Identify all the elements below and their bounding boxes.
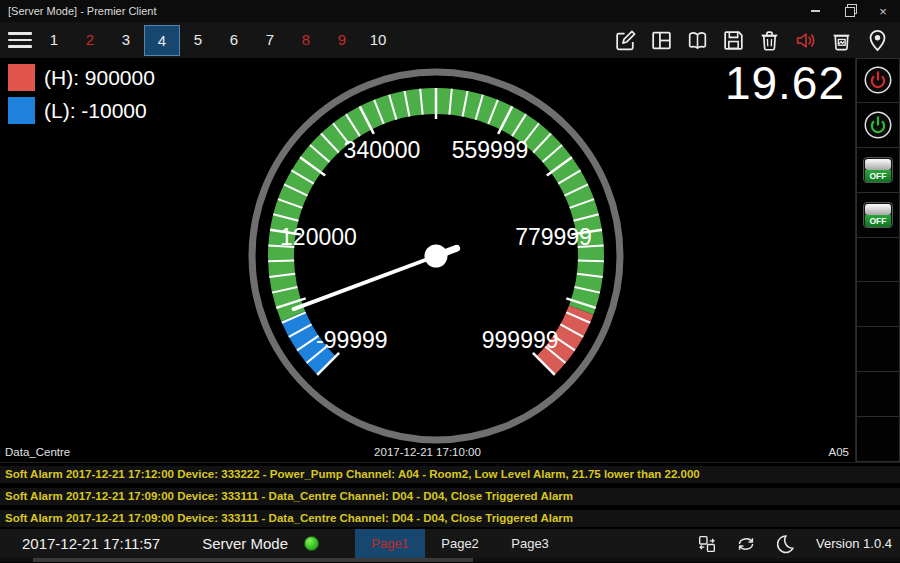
- sample-timestamp: 2017-12-21 17:10:00: [0, 446, 855, 458]
- close-button[interactable]: ×: [866, 0, 900, 22]
- sidebar-cell-8: [856, 372, 900, 417]
- minimize-button[interactable]: [798, 0, 832, 22]
- edit-icon[interactable]: [613, 28, 638, 53]
- menu-icon[interactable]: [8, 28, 32, 52]
- titlebar: [Server Mode] - Premier Client ×: [0, 0, 900, 22]
- screen-tab-1[interactable]: 1: [36, 24, 72, 56]
- alarm-row[interactable]: Soft Alarm 2017-12-21 17:09:00 Device: 3…: [0, 510, 900, 527]
- screen-tab-10[interactable]: 10: [360, 24, 396, 56]
- trash-icon[interactable]: [757, 28, 782, 53]
- restore-button[interactable]: [832, 0, 866, 22]
- alarm-row[interactable]: Soft Alarm 2017-12-21 17:12:00 Device: 3…: [0, 466, 900, 483]
- statusbar-icons: [696, 529, 796, 558]
- power-green-icon: [862, 109, 894, 141]
- book-icon[interactable]: [685, 28, 710, 53]
- page-tab-page3[interactable]: Page3: [495, 529, 565, 558]
- status-time: 2017-12-21 17:11:57: [22, 529, 160, 558]
- moon-icon[interactable]: [774, 533, 796, 555]
- toolbar-icons: [613, 28, 900, 53]
- server-mode-label: Server Mode: [202, 529, 288, 558]
- threshold-legend: (H): 900000 (L): -10000: [8, 64, 155, 130]
- server-status-indicator: [304, 536, 319, 551]
- control-sidebar: OFFOFF: [855, 58, 900, 462]
- svg-text:120000: 120000: [280, 224, 357, 250]
- toggle-off-icon: OFF: [863, 157, 893, 183]
- switch-1-toggle[interactable]: OFF: [856, 148, 900, 193]
- horizontal-scrollbar[interactable]: [0, 558, 900, 562]
- screen-tab-5[interactable]: 5: [180, 24, 216, 56]
- main-area: -99999120000340000559999779999999999 (H)…: [0, 58, 900, 463]
- screen-tab-strip: 12345678910: [36, 22, 396, 58]
- screen-tab-6[interactable]: 6: [216, 24, 252, 56]
- gauge-footer: Data_Centre 2017-12-21 17:10:00 A05: [0, 446, 855, 461]
- restore-icon: [845, 7, 853, 15]
- app-window: [Server Mode] - Premier Client × 1234567…: [0, 0, 900, 563]
- alarm-row[interactable]: Soft Alarm 2017-12-21 17:09:00 Device: 3…: [0, 488, 900, 505]
- screen-tab-9[interactable]: 9: [324, 24, 360, 56]
- sync-icon[interactable]: [735, 533, 757, 555]
- svg-text:340000: 340000: [344, 137, 421, 163]
- high-legend-swatch: [8, 64, 35, 91]
- toolbar: 12345678910: [0, 22, 900, 58]
- toggle-off-icon: OFF: [863, 202, 893, 228]
- minimize-icon: [811, 10, 820, 12]
- swap-windows-icon[interactable]: [696, 533, 718, 555]
- channel-id: A05: [829, 446, 849, 458]
- screen-tab-4[interactable]: 4: [144, 25, 180, 56]
- svg-text:779999: 779999: [515, 224, 592, 250]
- high-legend-label: (H): 900000: [44, 66, 155, 90]
- svg-text:-99999: -99999: [316, 327, 388, 353]
- layout-icon[interactable]: [649, 28, 674, 53]
- sidebar-cell-6: [856, 282, 900, 327]
- statusbar: 2017-12-21 17:11:57 Server Mode Page1Pag…: [0, 529, 900, 562]
- save-icon[interactable]: [721, 28, 746, 53]
- svg-text:999999: 999999: [482, 327, 559, 353]
- screen-tab-2[interactable]: 2: [72, 24, 108, 56]
- speaker-icon[interactable]: [793, 28, 818, 53]
- power-red-icon: [862, 64, 894, 96]
- screen-tab-7[interactable]: 7: [252, 24, 288, 56]
- low-legend-row: (L): -10000: [8, 97, 155, 124]
- high-legend-row: (H): 900000: [8, 64, 155, 91]
- window-controls: ×: [798, 0, 900, 22]
- power-on-button[interactable]: [856, 103, 900, 148]
- low-legend-swatch: [8, 97, 35, 124]
- location-pin-icon[interactable]: [865, 28, 890, 53]
- low-legend-label: (L): -10000: [44, 99, 147, 123]
- switch-2-toggle[interactable]: OFF: [856, 193, 900, 238]
- current-value: 19.62: [725, 56, 845, 110]
- version-label: Version 1.0.4: [816, 529, 892, 558]
- recycle-bin-icon[interactable]: [829, 28, 854, 53]
- sidebar-cell-5: [856, 238, 900, 283]
- window-title: [Server Mode] - Premier Client: [8, 5, 157, 17]
- screen-tab-8[interactable]: 8: [288, 24, 324, 56]
- sidebar-cell-9: [856, 417, 900, 462]
- page-tab-page1[interactable]: Page1: [355, 529, 425, 558]
- screen-tab-3[interactable]: 3: [108, 24, 144, 56]
- sidebar-cell-7: [856, 327, 900, 372]
- alarm-list: Soft Alarm 2017-12-21 17:12:00 Device: 3…: [0, 463, 900, 529]
- svg-text:559999: 559999: [452, 137, 529, 163]
- gauge-panel: -99999120000340000559999779999999999 (H)…: [0, 58, 855, 462]
- scrollbar-thumb[interactable]: [33, 558, 473, 562]
- page-tab-page2[interactable]: Page2: [425, 529, 495, 558]
- power-off-button[interactable]: [856, 58, 900, 103]
